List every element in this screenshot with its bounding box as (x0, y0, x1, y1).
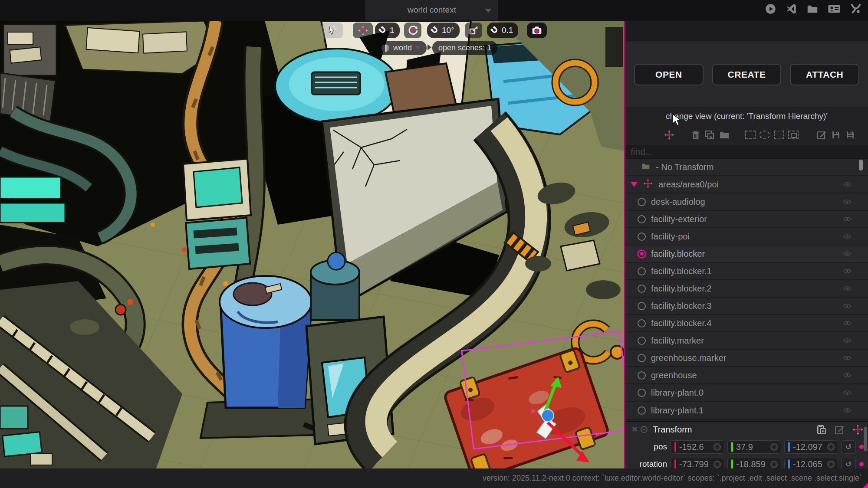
select-all-icon[interactable] (788, 131, 799, 139)
drag-knob[interactable] (770, 461, 778, 468)
visibility-eye-icon[interactable] (842, 284, 852, 293)
edit-icon[interactable] (834, 424, 845, 435)
resize-grip[interactable] (863, 483, 868, 488)
visibility-eye-icon[interactable] (842, 215, 852, 223)
scale-tool-button[interactable] (465, 23, 482, 38)
rotate-tool-button[interactable] (404, 23, 421, 38)
transform-row: pos -152.637.9-12.097 ↺ (625, 438, 865, 455)
visibility-eye-icon[interactable] (842, 267, 852, 275)
hierarchy-row[interactable]: facility.blocker (625, 246, 868, 263)
move-tool-button[interactable] (353, 23, 373, 38)
select-rect-icon[interactable] (745, 131, 756, 139)
paste-icon[interactable] (816, 424, 827, 435)
row-active-dot[interactable] (859, 462, 864, 466)
open-scenes-badge[interactable]: open scenes: 1 (432, 41, 497, 55)
hierarchy-row[interactable]: facility.blocker.1 (625, 263, 868, 280)
entity-radio-icon (638, 267, 646, 275)
hierarchy-row[interactable]: facility.blocker.3 (625, 298, 868, 315)
hierarchy-row[interactable]: facility.marker (625, 332, 868, 350)
luxe-logo-icon[interactable] (850, 3, 862, 15)
pointer-select-tool-button[interactable] (321, 23, 343, 38)
hierarchy-row[interactable]: desk-audiolog (625, 193, 868, 211)
hierarchy-scrollbar[interactable] (859, 160, 863, 170)
play-icon[interactable] (765, 3, 776, 15)
hierarchy-item-label: facility.marker (651, 336, 842, 346)
folder-icon[interactable] (806, 3, 819, 15)
hierarchy-row[interactable]: facility-exterior (625, 211, 868, 228)
visibility-eye-icon[interactable] (842, 336, 852, 345)
vscode-icon[interactable] (786, 3, 797, 15)
chevron-down-icon (415, 46, 421, 49)
hierarchy-row[interactable]: greenhouse.marker (625, 350, 868, 367)
visibility-eye-icon[interactable] (842, 406, 852, 415)
open-button[interactable]: OPEN (634, 64, 704, 85)
transform-scrollbar[interactable] (864, 427, 867, 451)
hierarchy-row[interactable]: library-plant.1 (625, 402, 868, 419)
duplicate-icon[interactable] (704, 130, 715, 140)
drag-knob[interactable] (713, 443, 721, 451)
transform-field[interactable]: 37.9 (727, 440, 781, 454)
visibility-eye-icon[interactable] (842, 180, 852, 189)
move-snap-button[interactable]: 1 (375, 23, 400, 38)
hierarchy-row[interactable]: facility.blocker.4 (625, 315, 868, 332)
scale-snap-button[interactable]: 0.1 (487, 23, 518, 38)
hierarchy-row[interactable]: areas/area0/poi (625, 176, 868, 193)
find-input[interactable] (625, 145, 868, 158)
row-active-dot[interactable] (859, 445, 864, 449)
save-all-icon[interactable] (845, 130, 855, 140)
visibility-eye-icon[interactable] (842, 319, 852, 328)
status-bar: version: 2025.11.2-next.0 context: `luxe… (0, 468, 868, 488)
chevron-down-icon (485, 9, 492, 13)
visibility-eye-icon[interactable] (842, 249, 852, 258)
drag-knob[interactable] (827, 443, 835, 451)
scene-viewport[interactable]: 1 10° 0.1 world open scenes: 1 (0, 21, 624, 468)
gizmo-center-handle[interactable] (542, 409, 554, 422)
hierarchy-row[interactable]: greenhouse (625, 367, 868, 384)
reset-button[interactable]: ↺ (841, 440, 856, 454)
visibility-eye-icon[interactable] (842, 232, 852, 241)
hierarchy-row[interactable]: library-plant.0 (625, 384, 868, 402)
visibility-eye-icon[interactable] (842, 371, 852, 380)
scene-actions-row: OPEN CREATE ATTACH (625, 42, 868, 108)
folder-icon[interactable] (719, 130, 730, 140)
create-button[interactable]: CREATE (712, 64, 782, 85)
attach-button[interactable]: ATTACH (790, 64, 859, 85)
close-icon[interactable]: ✕ (631, 425, 638, 434)
delete-icon[interactable] (691, 130, 700, 140)
move-tool-icon[interactable] (664, 129, 675, 141)
hierarchy-row[interactable]: - No Transform (625, 159, 868, 176)
hierarchy-row[interactable]: facility-poi (625, 228, 868, 246)
camera-tool-button[interactable] (527, 23, 547, 38)
transform-field[interactable]: -12.097 (784, 440, 838, 454)
hierarchy-row[interactable]: facility.blocker.2 (625, 280, 868, 298)
scene-canvas[interactable] (0, 21, 624, 468)
entity-radio-icon (638, 233, 646, 241)
visibility-eye-icon[interactable] (842, 354, 852, 362)
visibility-eye-icon[interactable] (842, 388, 852, 397)
save-icon[interactable] (831, 130, 841, 140)
select-split-icon[interactable] (774, 131, 784, 139)
visibility-eye-icon[interactable] (842, 197, 852, 206)
entity-radio-icon (638, 354, 646, 362)
change-view-label[interactable]: change view (current: 'Transform Hierarc… (625, 108, 868, 125)
find-bar (625, 145, 868, 159)
panel-divider[interactable] (624, 21, 625, 468)
hierarchy-item-label: - No Transform (656, 162, 842, 172)
visibility-eye-icon[interactable] (842, 301, 852, 310)
drag-knob[interactable] (770, 443, 778, 451)
transform-field[interactable]: -152.6 (671, 440, 724, 454)
hierarchy-item-label: facility.blocker.2 (651, 284, 842, 294)
expand-caret-icon[interactable] (631, 182, 638, 187)
edit-icon[interactable] (816, 130, 827, 140)
drag-knob[interactable] (827, 461, 835, 468)
world-context-dropdown[interactable]: world context (365, 0, 498, 20)
world-breadcrumb-dropdown[interactable]: world (375, 41, 427, 55)
select-lasso-icon[interactable] (760, 131, 770, 139)
hierarchy-item-label: facility.blocker (651, 249, 842, 259)
move-tool-icon[interactable] (852, 424, 864, 436)
contact-card-icon[interactable] (828, 3, 841, 15)
entity-radio-icon (638, 285, 646, 293)
drag-knob[interactable] (713, 461, 721, 468)
rotate-snap-button[interactable]: 10° (427, 23, 460, 38)
collapse-icon[interactable] (641, 426, 648, 433)
